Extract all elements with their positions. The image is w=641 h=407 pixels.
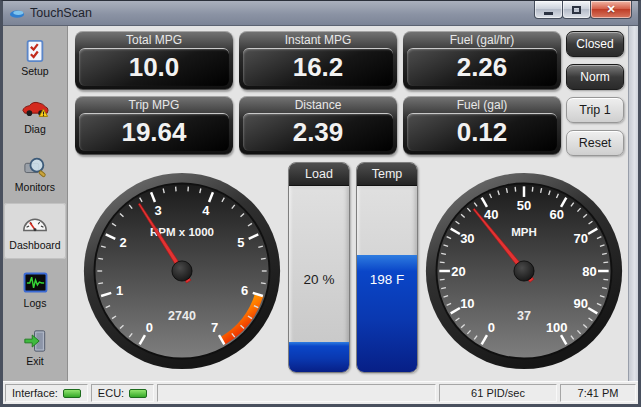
bar-gauges: Load20 %Temp198 F xyxy=(288,162,418,373)
svg-text:0: 0 xyxy=(488,320,495,335)
sidebar-item-diag[interactable]: Diag xyxy=(4,87,66,143)
sidebar-item-monitors[interactable]: Monitors xyxy=(4,145,66,201)
svg-text:7: 7 xyxy=(211,320,218,335)
sidebar: SetupDiagMonitorsDashboardLogsExit xyxy=(3,26,68,381)
pid-rate: 61 PID/sec xyxy=(471,387,525,399)
monitors-icon xyxy=(21,154,49,180)
interface-led-icon xyxy=(63,389,81,398)
display-value: 10.0 xyxy=(79,48,229,86)
bar-gauge-title: Temp xyxy=(357,163,417,186)
svg-text:3: 3 xyxy=(154,203,161,218)
exit-icon xyxy=(21,328,49,354)
setup-icon xyxy=(21,38,49,64)
closed-button[interactable]: Closed xyxy=(566,31,624,57)
diag-icon xyxy=(21,96,49,122)
svg-text:0: 0 xyxy=(146,320,153,335)
display-fuel-gal: Fuel (gal)0.12 xyxy=(403,96,561,155)
svg-text:40: 40 xyxy=(484,207,498,222)
display-trip-mpg: Trip MPG19.64 xyxy=(75,96,233,155)
logs-icon xyxy=(21,270,49,296)
bar-gauge-value: 198 F xyxy=(357,272,417,287)
interface-label: Interface: xyxy=(12,387,58,399)
sidebar-item-label: Logs xyxy=(24,297,47,309)
display-label: Instant MPG xyxy=(285,32,352,48)
svg-text:20: 20 xyxy=(451,264,465,279)
minimize-button[interactable] xyxy=(534,1,563,19)
svg-text:2740: 2740 xyxy=(168,309,196,323)
svg-text:1: 1 xyxy=(116,283,123,298)
app-logo-icon xyxy=(9,5,25,21)
clock: 7:41 PM xyxy=(578,387,619,399)
readouts-row: Total MPG10.0Instant MPG16.2Fuel (gal/hr… xyxy=(75,31,628,156)
bar-gauge-title: Load xyxy=(289,163,349,186)
svg-text:10: 10 xyxy=(460,296,474,311)
title-bar: TouchScan xyxy=(3,1,638,26)
ecu-label: ECU: xyxy=(98,387,124,399)
svg-text:50: 50 xyxy=(517,198,531,213)
reset-button[interactable]: Reset xyxy=(566,130,624,156)
ecu-status-cell: ECU: xyxy=(91,384,154,402)
sidebar-item-label: Exit xyxy=(26,355,44,367)
status-bar: Interface: ECU: 61 PID/sec 7:41 PM xyxy=(3,381,638,404)
interface-status-cell: Interface: xyxy=(5,384,88,402)
load-bar-gauge: Load20 % xyxy=(288,162,350,373)
sidebar-item-label: Dashboard xyxy=(9,239,60,251)
display-value: 0.12 xyxy=(407,113,557,151)
side-buttons: ClosedNormTrip 1Reset xyxy=(566,31,624,156)
display-label: Fuel (gal/hr) xyxy=(450,32,515,48)
trip-1-button[interactable]: Trip 1 xyxy=(566,97,624,123)
sidebar-item-logs[interactable]: Logs xyxy=(4,261,66,317)
svg-text:6: 6 xyxy=(241,283,248,298)
sidebar-item-label: Diag xyxy=(24,123,46,135)
mph-gauge: 0102030405060708090100MPH37 xyxy=(423,170,625,372)
dashboard-icon xyxy=(21,212,49,238)
svg-text:80: 80 xyxy=(582,264,596,279)
svg-text:2: 2 xyxy=(119,235,126,250)
close-button[interactable] xyxy=(590,1,632,19)
sidebar-item-dashboard[interactable]: Dashboard xyxy=(4,203,66,259)
display-fuel-gal-hr: Fuel (gal/hr)2.26 xyxy=(403,31,561,90)
sidebar-item-label: Setup xyxy=(21,65,48,77)
bar-gauge-body: 20 % xyxy=(289,186,349,372)
maximize-button[interactable] xyxy=(562,1,591,19)
sidebar-item-setup[interactable]: Setup xyxy=(4,29,66,85)
display-label: Trip MPG xyxy=(129,97,180,113)
display-value: 2.39 xyxy=(243,113,393,151)
digital-displays: Total MPG10.0Instant MPG16.2Fuel (gal/hr… xyxy=(75,31,561,156)
maximize-icon xyxy=(572,6,581,14)
sidebar-item-label: Monitors xyxy=(15,181,55,193)
rpm-gauge: 01234567RPM x 10002740 xyxy=(81,170,283,372)
display-label: Fuel (gal) xyxy=(457,97,508,113)
svg-text:70: 70 xyxy=(573,231,587,246)
app-window: TouchScan SetupDiagMonitorsDashboardLogs… xyxy=(0,0,641,407)
minimize-icon xyxy=(544,12,553,15)
sidebar-item-exit[interactable]: Exit xyxy=(4,319,66,375)
norm-button[interactable]: Norm xyxy=(566,64,624,90)
bar-gauge-fill xyxy=(289,342,349,372)
main-area: SetupDiagMonitorsDashboardLogsExit Total… xyxy=(3,26,638,381)
svg-text:5: 5 xyxy=(237,235,244,250)
window-right-gutter xyxy=(628,26,638,381)
display-instant-mpg: Instant MPG16.2 xyxy=(239,31,397,90)
bar-gauge-body: 198 F xyxy=(357,186,417,372)
display-label: Total MPG xyxy=(126,32,182,48)
svg-text:90: 90 xyxy=(573,296,587,311)
display-value: 16.2 xyxy=(243,48,393,86)
pid-rate-cell: 61 PID/sec xyxy=(439,384,557,402)
display-value: 19.64 xyxy=(79,113,229,151)
display-label: Distance xyxy=(295,97,342,113)
clock-cell: 7:41 PM xyxy=(560,384,636,402)
svg-text:4: 4 xyxy=(202,203,210,218)
ecu-led-icon xyxy=(129,389,147,398)
svg-text:30: 30 xyxy=(460,231,474,246)
status-filler-cell xyxy=(157,384,436,402)
bar-gauge-value: 20 % xyxy=(289,272,349,287)
temp-bar-gauge: Temp198 F xyxy=(356,162,418,373)
svg-text:MPH: MPH xyxy=(511,226,537,238)
display-distance: Distance2.39 xyxy=(239,96,397,155)
display-total-mpg: Total MPG10.0 xyxy=(75,31,233,90)
gauges-row: 01234567RPM x 10002740 Load20 %Temp198 F… xyxy=(75,162,628,373)
display-value: 2.26 xyxy=(407,48,557,86)
window-controls xyxy=(535,1,632,19)
dashboard-content: Total MPG10.0Instant MPG16.2Fuel (gal/hr… xyxy=(68,26,628,381)
